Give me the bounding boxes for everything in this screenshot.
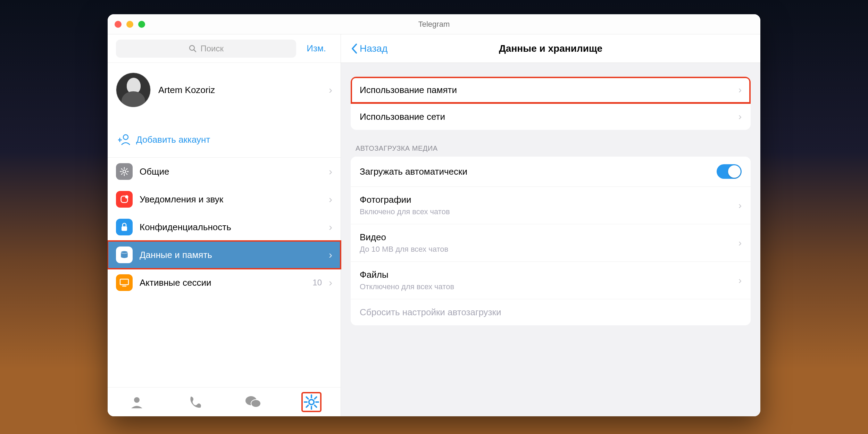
chevron-right-icon: › — [738, 84, 742, 95]
avatar — [116, 73, 151, 107]
search-icon — [189, 44, 197, 53]
row-reset-autodownload[interactable]: Сбросить настройки автозагрузки — [351, 299, 751, 325]
sidebar-item-label: Уведомления и звук — [140, 194, 322, 205]
chevron-right-icon: › — [329, 166, 332, 177]
chevron-right-icon: › — [738, 200, 742, 211]
svg-point-16 — [309, 399, 314, 404]
chevron-right-icon: › — [329, 221, 332, 233]
search-row: Поиск Изм. — [108, 34, 341, 63]
row-label: Сбросить настройки автозагрузки — [360, 307, 742, 318]
profile-row[interactable]: Artem Kozoriz › — [108, 63, 341, 117]
edit-button[interactable]: Изм. — [300, 43, 332, 54]
sidebar-item-notifications[interactable]: Уведомления и звук › — [108, 185, 341, 213]
svg-line-22 — [315, 405, 317, 407]
svg-point-13 — [134, 397, 140, 403]
chevron-right-icon: › — [329, 277, 332, 289]
chevron-right-icon: › — [738, 237, 742, 249]
monitor-icon — [116, 274, 133, 291]
chevron-right-icon: › — [738, 275, 742, 286]
sidebar-item-label: Данные и память — [140, 250, 322, 260]
add-person-icon — [118, 134, 130, 145]
app-window: Telegram Поиск Изм. Artem Kozoriz › Д — [108, 14, 760, 416]
window-title: Telegram — [108, 20, 760, 29]
autodownload-group: Загружать автоматически Фотографии Включ… — [351, 157, 751, 325]
page-title: Данные и хранилище — [341, 43, 760, 54]
row-autodownload-toggle[interactable]: Загружать автоматически — [351, 157, 751, 187]
svg-line-1 — [194, 50, 196, 52]
bell-icon — [116, 191, 133, 208]
row-subtitle: До 10 MB для всех чатов — [360, 245, 738, 254]
row-photos[interactable]: Фотографии Включено для всех чатов › — [351, 187, 751, 224]
row-subtitle: Включено для всех чатов — [360, 207, 738, 216]
row-label: Файлы — [360, 269, 738, 280]
row-videos[interactable]: Видео До 10 MB для всех чатов › — [351, 224, 751, 262]
lock-icon — [116, 219, 133, 235]
svg-point-15 — [251, 400, 261, 407]
tab-contacts[interactable] — [127, 393, 146, 411]
row-files[interactable]: Файлы Отключено для всех чатов › — [351, 262, 751, 299]
sidebar-item-privacy[interactable]: Конфиденциальность › — [108, 213, 341, 241]
svg-rect-8 — [122, 226, 127, 231]
chevron-right-icon: › — [329, 249, 332, 261]
chevron-right-icon: › — [329, 193, 332, 205]
svg-point-2 — [123, 135, 128, 140]
titlebar: Telegram — [108, 14, 760, 34]
svg-point-7 — [125, 195, 128, 198]
sidebar-item-general[interactable]: Общие › — [108, 158, 341, 185]
svg-line-23 — [306, 405, 308, 407]
row-network-usage[interactable]: Использование сети › — [351, 103, 751, 130]
main-body: Использование памяти › Использование сет… — [341, 63, 760, 354]
sidebar-item-data-storage[interactable]: Данные и память › — [108, 241, 341, 269]
row-label: Использование памяти — [360, 85, 738, 95]
section-header-autodownload: АВТОЗАГРУЗКА МЕДИА — [356, 144, 751, 152]
tab-calls[interactable] — [186, 393, 205, 411]
chevron-right-icon: › — [738, 111, 742, 122]
database-icon — [116, 247, 133, 263]
row-label: Загружать автоматически — [360, 166, 717, 177]
profile-name: Artem Kozoriz — [158, 85, 321, 95]
row-storage-usage[interactable]: Использование памяти › — [351, 77, 751, 103]
settings-menu: Общие › Уведомления и звук › Конфиденциа… — [108, 158, 341, 387]
bottom-tabbar — [108, 387, 341, 416]
row-subtitle: Отключено для всех чатов — [360, 282, 738, 291]
sidebar-item-sessions[interactable]: Активные сессии 10 › — [108, 269, 341, 297]
tab-settings[interactable] — [302, 393, 321, 411]
svg-line-24 — [315, 397, 317, 399]
sidebar-item-label: Конфиденциальность — [140, 222, 322, 233]
gear-icon — [116, 163, 133, 180]
row-label: Фотографии — [360, 194, 738, 205]
tab-chats[interactable] — [244, 393, 262, 411]
svg-point-5 — [123, 170, 126, 173]
sidebar-item-label: Активные сессии — [140, 277, 306, 288]
chevron-right-icon: › — [329, 84, 332, 96]
svg-line-21 — [306, 397, 308, 399]
usage-group: Использование памяти › Использование сет… — [351, 77, 751, 130]
app-body: Поиск Изм. Artem Kozoriz › Добавить акка… — [108, 34, 760, 416]
row-label: Видео — [360, 232, 738, 243]
svg-rect-11 — [120, 279, 128, 285]
add-account-button[interactable]: Добавить аккаунт — [108, 123, 341, 158]
sidebar-item-label: Общие — [140, 166, 322, 177]
main-panel: Назад Данные и хранилище Использование п… — [341, 34, 760, 416]
main-header: Назад Данные и хранилище — [341, 34, 760, 63]
sidebar-item-count: 10 — [312, 278, 322, 287]
toggle-switch[interactable] — [717, 164, 742, 179]
search-placeholder: Поиск — [200, 44, 224, 53]
add-account-label: Добавить аккаунт — [136, 134, 210, 145]
row-label: Использование сети — [360, 111, 738, 122]
sidebar: Поиск Изм. Artem Kozoriz › Добавить акка… — [108, 34, 341, 416]
search-input[interactable]: Поиск — [116, 40, 296, 58]
